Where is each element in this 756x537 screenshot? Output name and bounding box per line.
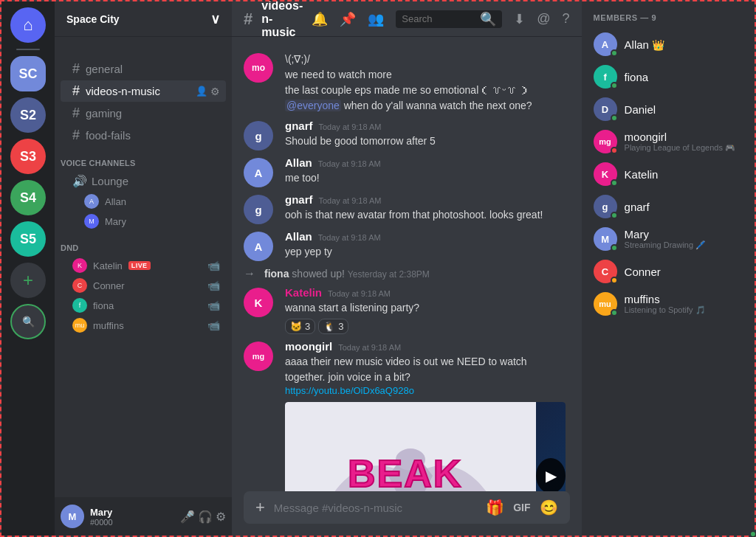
member-item-muffins[interactable]: mu muffins Listening to Spotify 🎵 [588,288,753,320]
member-avatar-allan: A [594,32,617,56]
play-button[interactable]: ▶ [536,458,566,491]
gift-icon[interactable]: 🎁 [486,499,504,516]
voice-user-fiona[interactable]: f fiona 📹 [61,296,226,315]
msg-time: Today at 9:18 AM [328,289,391,298]
channel-name-general: general [86,63,123,75]
server-icon-space-city[interactable]: SC [10,56,46,91]
member-activity-mary: Streaming Drawing 🖊️ [625,240,707,250]
member-item-conner[interactable]: C Conner [588,255,753,288]
bell-icon[interactable]: 🔔 [312,11,328,27]
reaction-penguin[interactable]: 🐧 3 [318,319,348,334]
channel-hash-icon: # [72,83,80,99]
server-header[interactable]: Space City ∨ [55,1,232,37]
voice-user-avatar-mary: M [84,214,99,229]
msg-username: Allan [285,156,312,169]
voice-user-muffins[interactable]: mu muffins 📹 [61,316,226,335]
search-input[interactable] [402,13,474,24]
settings-user-icon[interactable]: ⚙ [216,510,226,524]
member-avatar-daniel: D [594,97,617,121]
channel-food-fails[interactable]: # food-fails [61,125,226,146]
channel-name-food-fails: food-fails [86,129,131,142]
avatar: mo [244,53,273,83]
channel-general[interactable]: # general [61,58,226,80]
voice-user-name-muffins: muffins [93,320,124,331]
channel-hash-icon: # [72,61,80,77]
video-thumbnail[interactable]: BEAK ▶ [285,402,566,491]
add-member-icon[interactable]: 👤 [196,86,207,97]
member-item-fiona[interactable]: f fiona [588,60,753,93]
server-dropdown-icon[interactable]: ∨ [210,11,220,27]
member-item-daniel[interactable]: D Daniel [588,93,753,125]
member-name-mary: Mary [625,228,707,240]
server-icon-3[interactable]: S3 [10,139,46,174]
app-wrapper: ⌂ SC S2 S3 S4 S5 + 🔍 Space City ∨ # gene… [0,0,756,537]
embed-link[interactable]: https://youtu.be/OiDx6aQ928o [285,385,570,396]
search-box[interactable]: 🔍 [396,10,502,28]
member-name-moongirl: moongirl [625,131,735,143]
channel-list: # general # videos-n-music 👤 ⚙ # gaming … [55,37,232,497]
dnd-header: DnD [55,232,232,255]
server-icon-4[interactable]: S4 [10,180,46,215]
help-icon[interactable]: ? [563,11,570,27]
attach-file-button[interactable]: + [255,498,265,517]
members-icon[interactable]: 👥 [368,11,384,27]
voice-icon: 🔊 [72,174,87,188]
msg-text: @everyone when do y'all wanna watch the … [285,98,570,114]
gif-icon[interactable]: GIF [513,502,530,513]
add-server-button[interactable]: + [10,263,46,298]
microphone-icon[interactable]: 🎤 [180,510,195,524]
table-row: g gnarf Today at 9:18 AM Should be good … [232,117,582,153]
msg-username: Allan [285,230,312,243]
voice-user-mary[interactable]: M Mary [61,212,226,231]
voice-user-avatar-katelin: K [72,258,87,273]
voice-user-katelin[interactable]: K Katelin LIVE 📹 [61,256,226,275]
video-icon: 📹 [207,260,220,271]
server-icon-5[interactable]: S5 [10,221,46,257]
headset-icon[interactable]: 🎧 [198,510,213,524]
member-item-allan[interactable]: A Allan 👑 [588,28,753,60]
msg-time: Today at 9:18 AM [319,122,382,131]
member-info-mary: Mary Streaming Drawing 🖊️ [625,228,707,250]
channel-videos-n-music[interactable]: # videos-n-music 👤 ⚙ [61,80,226,102]
list-item: → fiona showed up! Yesterday at 2:38PM [232,264,582,283]
channel-gaming[interactable]: # gaming [61,103,226,124]
member-item-gnarf[interactable]: g gnarf [588,190,753,223]
pin-icon[interactable]: 📌 [340,11,356,27]
settings-icon[interactable]: ⚙ [210,86,220,97]
msg-text: \(;∇;)/ [285,52,570,67]
inbox-icon[interactable]: ⬇ [514,11,525,27]
voice-user-allan[interactable]: A Allan [61,192,226,211]
explore-servers-button[interactable]: 🔍 [10,304,46,339]
member-item-mary[interactable]: M Mary Streaming Drawing 🖊️ [588,223,753,255]
crown-icon: 👑 [652,39,664,51]
member-name-katelin: Katelin [625,168,659,181]
member-info-muffins: muffins Listening to Spotify 🎵 [625,293,706,315]
server-icon-2[interactable]: S2 [10,97,46,133]
emoji-icon[interactable]: 😊 [540,499,558,516]
msg-content: gnarf Today at 9:18 AM ooh is that new a… [285,193,570,224]
voice-channel-lounge[interactable]: 🔊 Lounge [61,171,226,191]
members-header: MEMBERS — 9 [588,13,753,28]
reaction-cat[interactable]: 🐱 3 [285,319,315,334]
msg-header: gnarf Today at 9:18 AM [285,119,570,132]
chat-header-icons: 🔔 📌 👥 🔍 ⬇ @ ? [312,10,569,28]
voice-channels-header: VOICE CHANNELS [55,147,232,170]
home-button[interactable]: ⌂ [10,7,46,43]
table-row: g gnarf Today at 9:18 AM ooh is that new… [232,190,582,227]
messages-area: mo \(;∇;)/ we need to watch more the las… [232,37,582,491]
system-msg-text: fiona showed up! Yesterday at 2:38PM [264,268,430,280]
member-item-katelin[interactable]: K Katelin [588,158,753,190]
user-panel-icons: 🎤 🎧 ⚙ [180,510,226,524]
user-panel-name: Mary [90,507,174,518]
voice-user-conner[interactable]: C Conner 📹 [61,276,226,295]
chat-input[interactable] [274,502,477,514]
member-item-moongirl[interactable]: mg moongirl Playing League of Legends 🎮 [588,125,753,158]
msg-time: Today at 9:18 AM [318,159,381,168]
member-avatar-gnarf: g [594,195,617,218]
mention-icon[interactable]: @ [537,11,550,27]
msg-text: we need to watch more [285,67,570,83]
table-row: mg moongirl Today at 9:18 AM aaaa their … [232,337,582,491]
voice-user-name-conner: Conner [93,280,125,291]
voice-user-avatar-conner: C [72,278,87,293]
msg-content: gnarf Today at 9:18 AM Should be good to… [285,119,570,150]
